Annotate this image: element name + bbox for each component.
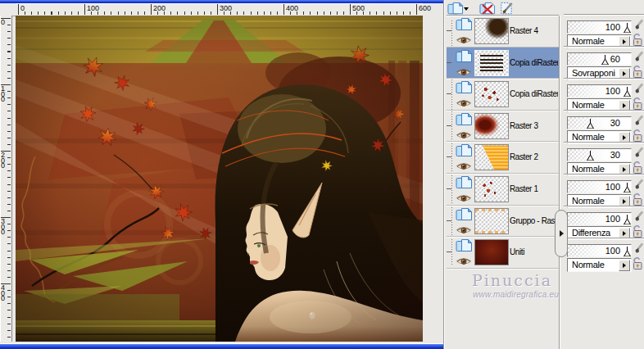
divider	[564, 238, 644, 239]
ruler-corner	[0, 3, 16, 16]
ruler-label: 4 0 0	[1, 283, 10, 301]
brush-icon[interactable]	[631, 19, 644, 32]
layer-opacity-slider[interactable]: 100	[567, 84, 632, 97]
watermark-site: www.maidiregrafica.eu	[447, 290, 559, 299]
layer-opacity-slider[interactable]: 30	[567, 116, 632, 129]
layer-visibility-eye-icon[interactable]	[456, 160, 472, 170]
lock-transparency-icon[interactable]	[632, 160, 643, 174]
ruler-label: 400	[283, 4, 298, 15]
layer-visibility-eye-icon[interactable]	[456, 192, 472, 202]
layer-list: Raster 4 Copia diRaster 4 Copia diRaster	[447, 16, 559, 269]
layer-opacity-slider[interactable]: 100	[567, 180, 632, 193]
layer-type-icon	[456, 49, 473, 63]
brush-icon[interactable]	[631, 179, 644, 192]
layer-thumbnail[interactable]	[474, 113, 509, 139]
ruler-label: 0	[18, 4, 25, 15]
divider	[564, 142, 644, 143]
opacity-value: 30	[610, 149, 620, 161]
new-layer-dropdown-arrow[interactable]	[463, 6, 470, 12]
ruler-label: 500	[350, 4, 365, 15]
layer-thumbnail[interactable]	[474, 239, 509, 265]
opacity-value: 60	[610, 53, 620, 65]
layer-opacity-slider[interactable]: 100	[567, 212, 632, 225]
ruler-label: 2 0 0	[1, 151, 10, 169]
layer-label: Raster 3	[510, 121, 558, 130]
opacity-value: 100	[605, 181, 620, 193]
divider	[564, 46, 644, 48]
opacity-value: 30	[610, 117, 620, 129]
layer-row[interactable]: Raster 4	[447, 16, 559, 48]
delete-layer-icon[interactable]	[479, 2, 496, 16]
brush-icon[interactable]	[631, 83, 644, 96]
layer-thumbnail[interactable]	[474, 50, 509, 76]
layer-row[interactable]: Copia diRaster	[447, 79, 559, 111]
layer-label: Gruppo - Raster	[510, 216, 558, 225]
layer-thumbnail[interactable]	[474, 176, 509, 202]
lock-transparency-icon[interactable]	[632, 192, 643, 206]
blend-mode-value: Normale	[572, 259, 604, 271]
layer-opacity-slider[interactable]: 60	[567, 52, 632, 66]
opacity-slider-handle[interactable]	[586, 150, 595, 161]
layer-thumbnail[interactable]	[474, 208, 509, 234]
edit-layer-icon[interactable]	[498, 2, 515, 16]
layers-palette: Raster 4 Copia diRaster 4 Copia diRaster	[443, 0, 644, 349]
divider	[564, 78, 644, 79]
layer-visibility-eye-icon[interactable]	[456, 34, 472, 44]
layer-visibility-eye-icon[interactable]	[456, 224, 472, 234]
dropdown-arrow-button[interactable]	[619, 260, 630, 271]
divider	[564, 110, 644, 111]
artwork	[16, 16, 423, 342]
layer-visibility-eye-icon[interactable]	[456, 129, 472, 139]
ruler-vertical[interactable]: 01 0 02 0 03 0 04 0 0	[0, 16, 12, 342]
opacity-slider-handle[interactable]	[601, 54, 610, 65]
ruler-label: 3 0 0	[1, 217, 10, 235]
layer-type-icon	[456, 207, 473, 221]
brush-icon[interactable]	[631, 51, 644, 64]
image-canvas[interactable]	[16, 16, 423, 342]
brush-icon[interactable]	[631, 147, 644, 160]
watermark-name: Pinuccia	[447, 271, 559, 289]
palette-splitter-handle[interactable]	[555, 210, 568, 257]
blend-mode-dropdown[interactable]: Normale	[567, 258, 632, 272]
opacity-slider-handle[interactable]	[586, 118, 595, 129]
layer-row[interactable]: Copia diRaster 4	[447, 48, 559, 79]
layer-row[interactable]: Raster 3	[447, 111, 559, 143]
ruler-label: 100	[84, 4, 99, 15]
opacity-value: 100	[605, 213, 620, 224]
lock-transparency-icon[interactable]	[632, 256, 643, 270]
layer-type-icon	[456, 175, 473, 189]
brush-icon[interactable]	[631, 115, 644, 128]
lock-transparency-icon[interactable]	[632, 32, 643, 47]
ruler-label: 200	[151, 4, 166, 15]
layer-thumbnail[interactable]	[474, 81, 509, 107]
layer-row[interactable]: Gruppo - Raster	[447, 206, 559, 238]
lock-transparency-icon[interactable]	[632, 96, 643, 111]
layer-row[interactable]: Raster 2	[447, 142, 559, 174]
divider	[564, 206, 644, 207]
watermark: Pinuccia www.maidiregrafica.eu	[447, 271, 559, 299]
layer-type-icon	[456, 238, 473, 252]
lock-transparency-icon[interactable]	[632, 128, 643, 143]
layer-opacity-slider[interactable]: 30	[567, 148, 632, 161]
ruler-horizontal[interactable]: 0100200300400500600	[16, 3, 423, 16]
brush-icon[interactable]	[631, 211, 644, 224]
lock-transparency-icon[interactable]	[632, 64, 643, 79]
layer-opacity-slider[interactable]: 100	[567, 20, 632, 34]
layer-thumbnail[interactable]	[474, 18, 509, 44]
ruler-label: 300	[217, 4, 232, 15]
layer-row[interactable]: Uniti	[447, 237, 559, 269]
layer-visibility-eye-icon[interactable]	[456, 66, 472, 76]
layer-visibility-eye-icon[interactable]	[456, 97, 472, 107]
divider	[564, 14, 644, 16]
opacity-value: 100	[605, 85, 620, 97]
layer-row[interactable]: Raster 1	[447, 174, 559, 206]
layer-thumbnail[interactable]	[474, 144, 509, 170]
layer-visibility-eye-icon[interactable]	[456, 255, 472, 265]
layer-opacity-slider[interactable]: 100	[567, 244, 632, 257]
layer-label: Raster 2	[510, 152, 558, 161]
layer-controls: 100 Normale 60 Sovrapponi	[564, 0, 644, 349]
lock-transparency-icon[interactable]	[632, 224, 643, 238]
ruler-label: 1 0 0	[1, 84, 10, 102]
new-layer-icon[interactable]	[447, 2, 464, 16]
brush-icon[interactable]	[631, 242, 644, 256]
